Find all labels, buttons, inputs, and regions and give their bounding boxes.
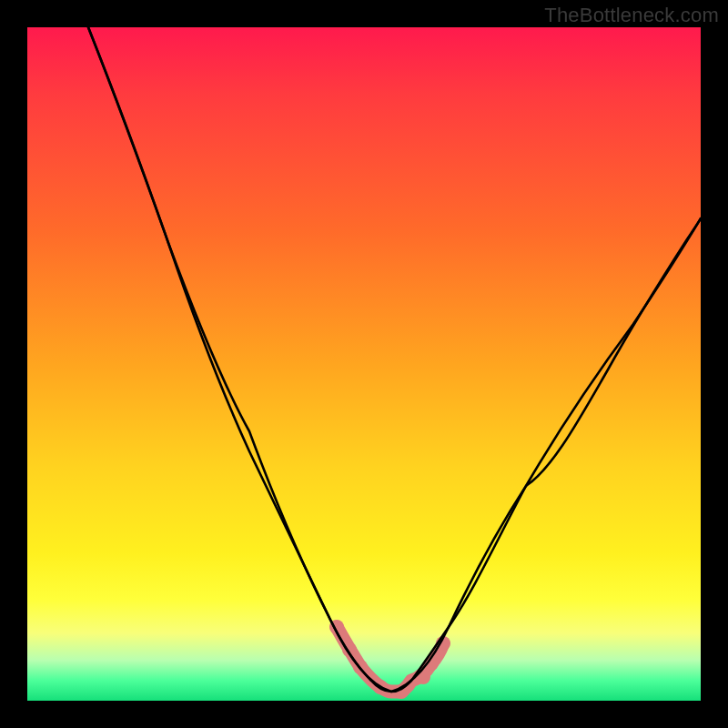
black-curve-overlay: [88, 27, 701, 692]
plot-area: [27, 27, 701, 701]
watermark-text: TheBottleneck.com: [544, 4, 719, 27]
pink-spot-group: [329, 620, 450, 699]
chart-frame: TheBottleneck.com: [0, 0, 728, 728]
bottleneck-curve-svg: [27, 27, 701, 701]
